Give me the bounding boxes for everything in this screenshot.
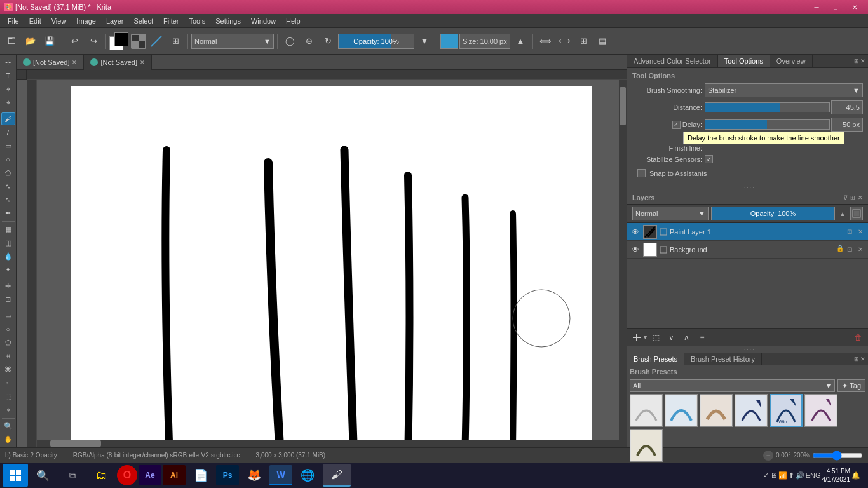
maximize-button[interactable]: □: [826, 0, 845, 14]
tool-crop[interactable]: ⊡: [1, 293, 15, 306]
menu-layer[interactable]: Layer: [101, 14, 129, 27]
brush-preset-2[interactable]: [665, 394, 698, 427]
tool-line[interactable]: /: [1, 126, 15, 139]
scroll-thumb-v[interactable]: [620, 87, 626, 125]
tool-gradient[interactable]: ◫: [1, 236, 15, 249]
taskbar-app-illustrator[interactable]: Ai: [163, 465, 186, 485]
undo-button[interactable]: ↩: [65, 32, 83, 50]
redo-button[interactable]: ↪: [85, 32, 102, 50]
size-up-button[interactable]: ▲: [512, 32, 529, 50]
layers-add-mask-button[interactable]: [850, 207, 863, 220]
layer-move-down-button[interactable]: ∨: [665, 330, 679, 344]
taskbar-app-opera[interactable]: O: [117, 465, 137, 485]
brush-preset-7[interactable]: [630, 429, 663, 462]
brush-preset-1[interactable]: [630, 394, 663, 427]
layer-row-bg[interactable]: 👁 Background 🔒 ⊡ ✕: [627, 241, 868, 259]
tool-bezier[interactable]: ∿: [1, 180, 15, 193]
brush-panel-settings[interactable]: ⊞: [854, 356, 859, 362]
menu-filter[interactable]: Filter: [158, 14, 184, 27]
taskbar-app-browser[interactable]: 🌐: [294, 464, 322, 487]
menu-window[interactable]: Window: [246, 14, 281, 27]
brush-preset-6[interactable]: [804, 394, 837, 427]
brush-panel-close[interactable]: ✕: [860, 356, 865, 362]
delay-checkbox[interactable]: ✓: [672, 121, 681, 129]
brush-filter-dropdown[interactable]: All ▼: [630, 379, 835, 392]
tool-text[interactable]: T: [1, 69, 15, 82]
scroll-thumb-h[interactable]: [50, 440, 101, 447]
layers-blend-dropdown[interactable]: Normal ▼: [632, 207, 709, 220]
task-view-button[interactable]: ⧉: [58, 464, 86, 487]
tool-rect[interactable]: ▭: [1, 140, 15, 152]
snap-checkbox[interactable]: [637, 169, 646, 177]
color-selector[interactable]: [109, 32, 130, 50]
layer-lock-bg[interactable]: 🔒: [836, 245, 844, 255]
taskbar-app-explorer[interactable]: 🗂: [88, 464, 116, 487]
brush-smoothing-dropdown[interactable]: Stabilizer ▼: [705, 83, 863, 97]
layers-opacity-bar[interactable]: Opacity: 100%: [711, 207, 835, 220]
wrap-button[interactable]: ⊞: [574, 32, 592, 50]
tool-polygon[interactable]: ⬠: [1, 166, 15, 179]
layer-action-1b[interactable]: ✕: [855, 227, 865, 237]
tray-monitor-icon[interactable]: 🖥: [770, 471, 777, 479]
tab-tool-options[interactable]: Tool Options: [718, 55, 770, 67]
brush-tab-history[interactable]: Brush Preset History: [684, 353, 762, 365]
lock-button[interactable]: ▤: [593, 32, 611, 50]
tool-move[interactable]: ✛: [1, 280, 15, 292]
delay-slider[interactable]: [705, 119, 830, 130]
tool-smart-patch[interactable]: ✦: [1, 264, 15, 276]
blend-mode-dropdown[interactable]: Normal ▼: [191, 34, 274, 49]
tool-magic-wand[interactable]: ⌗: [1, 349, 15, 362]
layer-action-bg-b[interactable]: ✕: [855, 245, 865, 255]
tray-checkmark-icon[interactable]: ✓: [763, 471, 769, 480]
tray-upload-icon[interactable]: ⬆: [789, 471, 794, 480]
tab-close-2[interactable]: ✕: [140, 59, 145, 65]
tray-network-icon[interactable]: 📶: [778, 471, 787, 480]
size-input[interactable]: Size: 10.00 px: [459, 34, 510, 49]
panel-resize-handle-2[interactable]: · · · · ·: [627, 346, 868, 353]
menu-tools[interactable]: Tools: [184, 14, 211, 27]
layer-move-up-button[interactable]: ∧: [680, 330, 694, 344]
start-button[interactable]: [3, 464, 28, 487]
tool-polygon-select[interactable]: ⬠: [1, 336, 15, 349]
layer-action-bg-a[interactable]: ⊡: [844, 245, 855, 255]
save-button[interactable]: 💾: [41, 32, 58, 50]
zoom-slider[interactable]: [812, 451, 863, 461]
panel-resize-handle-1[interactable]: · · · · ·: [627, 184, 868, 191]
menu-image[interactable]: Image: [71, 14, 101, 27]
panel-close-button[interactable]: ✕: [860, 58, 865, 64]
taskbar-app-file[interactable]: 📄: [187, 464, 215, 487]
tool-similar-select[interactable]: ≈: [1, 377, 15, 390]
distance-value[interactable]: 45.5: [831, 100, 863, 114]
tool-ellipse[interactable]: ○: [1, 153, 15, 166]
tool-eyedropper[interactable]: 💧: [1, 250, 15, 263]
tool-brush-dynamic[interactable]: ⌖: [1, 97, 15, 109]
tool-freehand[interactable]: ∿: [1, 194, 15, 207]
tool-path-select[interactable]: ⌖: [1, 403, 15, 416]
color-swatch[interactable]: [440, 34, 458, 49]
layers-opacity-up[interactable]: ▲: [837, 207, 848, 220]
menu-help[interactable]: Help: [281, 14, 306, 27]
brush-tab-presets[interactable]: Brush Presets: [627, 353, 684, 365]
search-button[interactable]: 🔍: [29, 464, 57, 487]
canvas-tab-2[interactable]: [Not Saved] ✕: [84, 55, 151, 70]
grid-button[interactable]: ⊞: [166, 32, 184, 50]
layer-row-paint-1[interactable]: 👁 Paint Layer 1 ⊡ ✕: [627, 223, 868, 241]
tool-brush[interactable]: 🖌: [1, 112, 15, 125]
zoom-out-button[interactable]: −: [763, 451, 773, 461]
taskbar-app-krita-active[interactable]: 🖌: [323, 464, 351, 487]
taskbar-app-krita-icon[interactable]: 🦊: [240, 464, 268, 487]
brush-preset-5[interactable]: Win: [770, 394, 803, 427]
layer-add-arrow[interactable]: ▼: [642, 334, 648, 341]
minimize-button[interactable]: ─: [807, 0, 826, 14]
foreground-color[interactable]: [114, 32, 128, 46]
scrollbar-horizontal[interactable]: [37, 440, 619, 447]
layers-settings-icon[interactable]: ⊞: [850, 194, 855, 201]
tool-rect-select[interactable]: ▭: [1, 309, 15, 322]
layer-visibility-bg[interactable]: 👁: [630, 244, 641, 255]
tool-fill[interactable]: ▦: [1, 223, 15, 236]
erase-button[interactable]: ◯: [281, 32, 299, 50]
brush-preset-4[interactable]: [735, 394, 768, 427]
brush-style-button[interactable]: [147, 32, 165, 50]
taskbar-app-word[interactable]: W: [269, 465, 292, 485]
menu-view[interactable]: View: [46, 14, 72, 27]
